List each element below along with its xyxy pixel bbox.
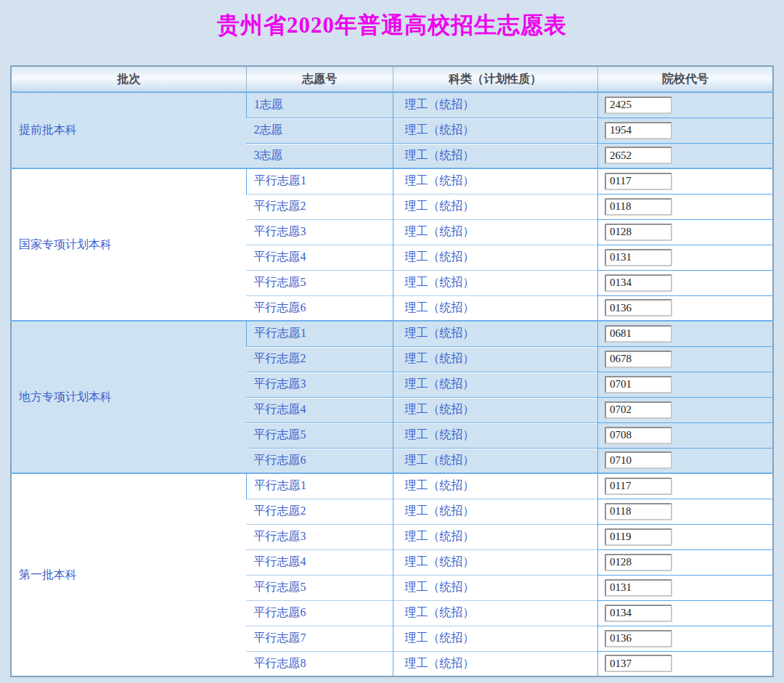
college-code-input[interactable] — [605, 605, 672, 622]
college-code-input[interactable] — [605, 351, 672, 368]
college-code-cell — [597, 168, 773, 194]
wish-number-cell: 平行志愿6 — [246, 448, 393, 473]
college-code-input[interactable] — [605, 274, 672, 292]
category-cell: 理工（统招） — [393, 448, 597, 473]
category-cell: 理工（统招） — [393, 422, 597, 448]
wish-number-cell: 平行志愿5 — [246, 575, 393, 600]
college-code-input[interactable] — [605, 528, 672, 546]
college-code-input[interactable] — [605, 299, 672, 316]
category-cell: 理工（统招） — [393, 270, 597, 295]
college-code-input[interactable] — [605, 325, 672, 343]
wish-number-cell: 平行志愿5 — [246, 270, 393, 295]
volunteer-table: 批次志愿号科类（计划性质）院校代号 提前批本科1志愿理工（统招）2志愿理工（统招… — [10, 65, 774, 677]
college-code-input[interactable] — [605, 249, 672, 266]
wish-number-cell: 1志愿 — [246, 92, 393, 118]
college-code-input[interactable] — [605, 478, 672, 495]
college-code-input[interactable] — [605, 224, 672, 241]
category-cell: 理工（统招） — [393, 651, 597, 676]
college-code-cell — [597, 524, 773, 549]
college-code-input[interactable] — [605, 147, 672, 164]
category-cell: 理工（统招） — [393, 346, 597, 372]
wish-number-cell: 平行志愿2 — [246, 499, 393, 524]
college-code-input[interactable] — [605, 503, 672, 520]
volunteer-form-page: 贵州省2020年普通高校招生志愿表 批次志愿号科类（计划性质）院校代号 提前批本… — [0, 0, 784, 683]
college-code-input[interactable] — [605, 401, 672, 419]
column-header: 院校代号 — [597, 66, 773, 92]
college-code-cell — [597, 270, 773, 295]
wish-number-cell: 平行志愿7 — [246, 626, 393, 651]
wish-number-cell: 平行志愿3 — [246, 524, 393, 549]
table-row: 地方专项计划本科平行志愿1理工（统招） — [11, 321, 773, 346]
college-code-cell — [597, 92, 773, 118]
category-cell: 理工（统招） — [393, 168, 597, 194]
college-code-cell — [597, 245, 773, 270]
batch-cell: 提前批本科 — [11, 92, 246, 168]
college-code-cell — [597, 626, 773, 651]
category-cell: 理工（统招） — [393, 397, 597, 422]
category-cell: 理工（统招） — [393, 549, 597, 575]
category-cell: 理工（统招） — [393, 524, 597, 549]
header-row: 批次志愿号科类（计划性质）院校代号 — [11, 66, 773, 92]
college-code-cell — [597, 600, 773, 626]
category-cell: 理工（统招） — [393, 626, 597, 651]
college-code-cell — [597, 321, 773, 346]
wish-number-cell: 平行志愿2 — [246, 194, 393, 219]
category-cell: 理工（统招） — [393, 118, 597, 143]
wish-number-cell: 平行志愿4 — [246, 245, 393, 270]
category-cell: 理工（统招） — [393, 219, 597, 245]
college-code-cell — [597, 295, 773, 321]
college-code-input[interactable] — [605, 427, 672, 444]
college-code-cell — [597, 143, 773, 168]
college-code-cell — [597, 219, 773, 245]
category-cell: 理工（统招） — [393, 245, 597, 270]
college-code-cell — [597, 397, 773, 422]
college-code-cell — [597, 575, 773, 600]
wish-number-cell: 平行志愿3 — [246, 372, 393, 397]
category-cell: 理工（统招） — [393, 473, 597, 499]
category-cell: 理工（统招） — [393, 600, 597, 626]
wish-number-cell: 平行志愿1 — [246, 473, 393, 499]
batch-cell: 地方专项计划本科 — [11, 321, 246, 473]
batch-cell: 国家专项计划本科 — [11, 168, 246, 321]
college-code-cell — [597, 422, 773, 448]
wish-number-cell: 平行志愿1 — [246, 168, 393, 194]
college-code-input[interactable] — [605, 579, 672, 597]
wish-number-cell: 2志愿 — [246, 118, 393, 143]
category-cell: 理工（统招） — [393, 499, 597, 524]
wish-number-cell: 平行志愿6 — [246, 295, 393, 321]
wish-number-cell: 平行志愿6 — [246, 600, 393, 626]
wish-number-cell: 平行志愿2 — [246, 346, 393, 372]
college-code-input[interactable] — [605, 554, 672, 571]
column-header: 批次 — [11, 66, 246, 92]
college-code-cell — [597, 372, 773, 397]
category-cell: 理工（统招） — [393, 575, 597, 600]
table-row: 第一批本科平行志愿1理工（统招） — [11, 473, 773, 499]
college-code-input[interactable] — [605, 173, 672, 190]
wish-number-cell: 平行志愿8 — [246, 651, 393, 676]
college-code-cell — [597, 499, 773, 524]
page-title: 贵州省2020年普通高校招生志愿表 — [0, 0, 784, 65]
college-code-input[interactable] — [605, 655, 672, 672]
category-cell: 理工（统招） — [393, 372, 597, 397]
category-cell: 理工（统招） — [393, 143, 597, 168]
college-code-cell — [597, 118, 773, 143]
table-row: 提前批本科1志愿理工（统招） — [11, 92, 773, 118]
wish-number-cell: 平行志愿3 — [246, 219, 393, 245]
college-code-input[interactable] — [605, 451, 672, 469]
category-cell: 理工（统招） — [393, 92, 597, 118]
college-code-cell — [597, 473, 773, 499]
category-cell: 理工（统招） — [393, 194, 597, 219]
college-code-cell — [597, 549, 773, 575]
college-code-input[interactable] — [605, 122, 672, 139]
wish-number-cell: 平行志愿1 — [246, 321, 393, 346]
wish-number-cell: 平行志愿4 — [246, 397, 393, 422]
wish-number-cell: 3志愿 — [246, 143, 393, 168]
college-code-input[interactable] — [605, 630, 672, 647]
college-code-input[interactable] — [605, 198, 672, 216]
college-code-cell — [597, 448, 773, 473]
college-code-input[interactable] — [605, 97, 672, 114]
batch-cell: 第一批本科 — [11, 473, 246, 676]
column-header: 科类（计划性质） — [393, 66, 597, 92]
column-header: 志愿号 — [246, 66, 393, 92]
college-code-input[interactable] — [605, 376, 672, 393]
